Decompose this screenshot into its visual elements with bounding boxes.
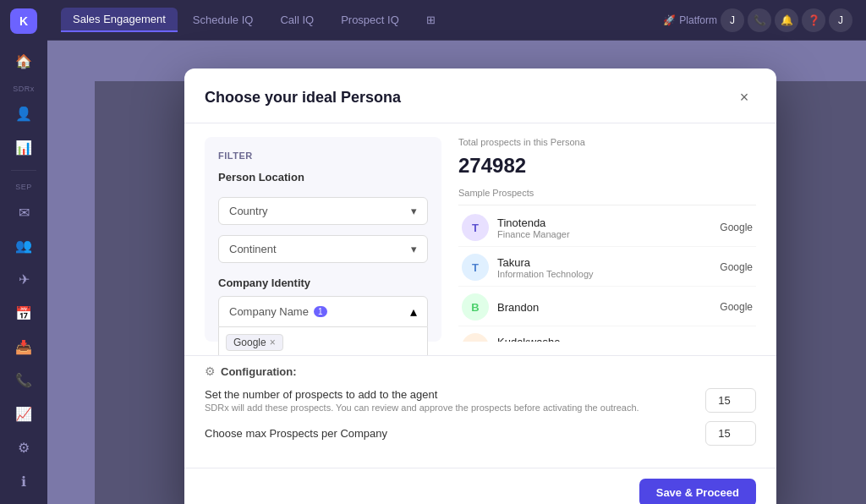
- company-name-label: Company Name 1: [229, 305, 327, 318]
- prospect-company: Google: [720, 301, 753, 313]
- sidebar-icon-info[interactable]: ℹ: [8, 467, 39, 496]
- max-per-company-input[interactable]: [705, 421, 756, 446]
- prospect-company: Google: [720, 222, 753, 233]
- country-dropdown[interactable]: Country ▾: [218, 197, 428, 225]
- configuration-section: ⚙ Configuration: Set the number of prosp…: [184, 355, 776, 468]
- prospects-count-input[interactable]: [705, 388, 756, 413]
- max-per-company-info: Choose max Prospects per Company: [205, 427, 695, 440]
- sidebar-label-sep: SEP: [15, 179, 32, 193]
- person-location-title: Person Location: [218, 171, 428, 184]
- list-item: B Brandon Google: [458, 288, 756, 326]
- prospect-name: Brandon: [497, 301, 711, 314]
- modal-body: Filter Person Location Country ▾ Contine…: [184, 123, 776, 355]
- sidebar-icon-send[interactable]: ✈: [8, 266, 39, 294]
- total-prospects-label: Total prospects in this Persona: [458, 137, 756, 147]
- list-item: T Takura Information Technology Google: [458, 249, 756, 287]
- modal-overlay: Choose your ideal Persona × Filter Perso…: [95, 81, 866, 504]
- prospect-name: Kudakwashe: [497, 336, 711, 342]
- prospects-count-row: Set the number of prospects to add to th…: [205, 388, 756, 413]
- sidebar-divider: [11, 170, 36, 171]
- prospects-count-desc: SDRx will add these prospects. You can r…: [205, 403, 695, 413]
- chevron-down-icon-2: ▾: [411, 243, 417, 255]
- sidebar-icon-settings[interactable]: ⚙: [8, 433, 39, 462]
- top-navigation: Sales Engagement Schedule IQ Call IQ Pro…: [47, 0, 866, 41]
- sample-prospects-label: Sample Prospects: [458, 188, 756, 198]
- prospects-panel: Total prospects in this Persona 274982 S…: [458, 137, 756, 342]
- max-per-company-row: Choose max Prospects per Company: [205, 421, 756, 446]
- config-gear-icon: ⚙: [205, 364, 216, 378]
- tab-prospect-iq[interactable]: Prospect IQ: [329, 8, 411, 31]
- config-title: Configuration:: [221, 365, 297, 378]
- sidebar-icon-phone[interactable]: 📞: [8, 366, 39, 395]
- prospect-name: Takura: [497, 256, 711, 269]
- help-icon[interactable]: ❓: [802, 8, 825, 32]
- persona-modal: Choose your ideal Persona × Filter Perso…: [184, 68, 776, 504]
- list-item: T Tinotenda Finance Manager Google: [458, 209, 756, 247]
- sidebar-icon-calendar[interactable]: 📅: [8, 299, 39, 327]
- prospect-title: Finance Manager: [497, 229, 711, 239]
- sidebar-icon-mail[interactable]: ✉: [8, 198, 39, 227]
- modal-header: Choose your ideal Persona ×: [184, 68, 776, 123]
- list-item: K Kudakwashe Software Developer Google: [458, 328, 756, 342]
- sidebar: K 🏠 SDRx 👤 📊 SEP ✉ 👥 ✈ 📅 📥 📞 📈 ⚙ ℹ: [0, 0, 47, 504]
- modal-close-button[interactable]: ×: [732, 85, 756, 109]
- sidebar-label-sdrx: SDRx: [13, 81, 35, 95]
- company-count-badge: 1: [314, 306, 327, 317]
- filter-section-title: Filter: [218, 151, 428, 161]
- sidebar-icon-home[interactable]: 🏠: [8, 47, 39, 76]
- sidebar-icon-chart[interactable]: 📊: [8, 134, 39, 162]
- save-proceed-button[interactable]: Save & Proceed: [639, 479, 756, 504]
- prospects-list: T Tinotenda Finance Manager Google T Tak…: [458, 205, 756, 342]
- company-identity-section: Company Identity Company Name 1 ▴: [218, 277, 428, 355]
- tab-call-iq[interactable]: Call IQ: [268, 8, 326, 31]
- platform-selector[interactable]: 🚀 Platform: [663, 14, 717, 26]
- sidebar-icon-bar-chart[interactable]: 📈: [8, 400, 39, 429]
- app-logo[interactable]: K: [10, 8, 37, 34]
- phone-nav-icon[interactable]: 📞: [748, 8, 771, 32]
- sidebar-icon-users[interactable]: 👥: [8, 232, 39, 260]
- profile-button[interactable]: J: [721, 8, 744, 32]
- modal-footer: Save & Proceed: [184, 468, 776, 504]
- chevron-down-icon: ▾: [411, 205, 417, 217]
- company-name-header[interactable]: Company Name 1 ▴: [218, 296, 428, 327]
- prospect-info: Takura Information Technology: [497, 256, 711, 279]
- tab-grid[interactable]: ⊞: [414, 8, 447, 31]
- tab-sales-engagement[interactable]: Sales Engagement: [61, 8, 178, 32]
- chevron-up-icon: ▴: [410, 304, 417, 320]
- total-prospects-count: 274982: [458, 154, 756, 178]
- tag-close-icon[interactable]: ×: [270, 337, 276, 348]
- prospect-title: Information Technology: [497, 269, 711, 279]
- max-per-company-label: Choose max Prospects per Company: [205, 427, 695, 440]
- tab-schedule-iq[interactable]: Schedule IQ: [181, 8, 266, 31]
- modal-title: Choose your ideal Persona: [205, 89, 401, 107]
- prospect-info: Tinotenda Finance Manager: [497, 216, 711, 239]
- bell-icon[interactable]: 🔔: [775, 8, 798, 32]
- user-avatar[interactable]: J: [829, 8, 852, 32]
- company-name-body: Google × Show exact match: [218, 327, 428, 355]
- company-tag: Google ×: [226, 334, 283, 351]
- platform-icon: 🚀: [663, 14, 676, 26]
- sidebar-icon-inbox[interactable]: 📥: [8, 332, 39, 361]
- prospect-info: Brandon: [497, 301, 711, 314]
- prospect-avatar: B: [462, 293, 489, 320]
- prospect-info: Kudakwashe Software Developer: [497, 336, 711, 342]
- prospects-count-info: Set the number of prospects to add to th…: [205, 388, 695, 413]
- sidebar-icon-people[interactable]: 👤: [8, 100, 39, 129]
- main-area: Sales Engagement Schedule IQ Call IQ Pro…: [47, 0, 866, 504]
- prospect-name: Tinotenda: [497, 216, 711, 229]
- prospect-avatar: T: [462, 214, 489, 241]
- prospect-company: Google: [720, 261, 753, 273]
- config-header: ⚙ Configuration:: [205, 356, 756, 388]
- filter-panel: Filter Person Location Country ▾ Contine…: [205, 137, 441, 342]
- prospect-avatar: K: [462, 333, 489, 342]
- company-identity-title: Company Identity: [218, 277, 428, 289]
- prospect-avatar: T: [462, 254, 489, 281]
- prospect-company: Google: [720, 341, 753, 342]
- prospects-count-label: Set the number of prospects to add to th…: [205, 388, 695, 401]
- continent-dropdown[interactable]: Continent ▾: [218, 235, 428, 263]
